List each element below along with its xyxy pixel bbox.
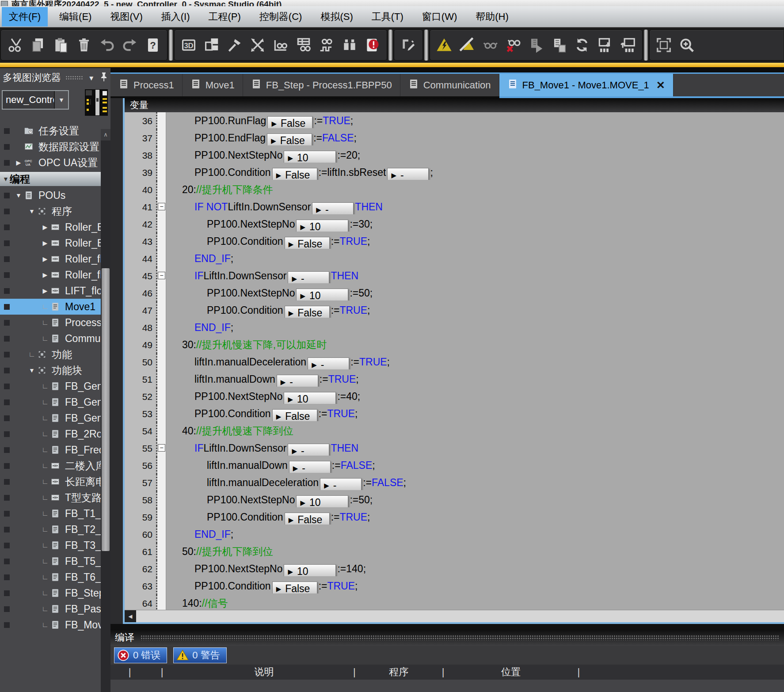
tree-item-[interactable]: ▼功能块 — [0, 362, 101, 378]
undo-icon[interactable] — [95, 31, 118, 59]
online-value-box[interactable]: ▶10 — [296, 289, 348, 300]
tree-item-roller_fl[interactable]: ▶Roller_fl — [0, 267, 101, 283]
menu-item-7[interactable]: 模拟(S) — [313, 7, 360, 27]
tree-item-fb_gene[interactable]: ∟FB_Gene — [0, 410, 101, 426]
online-value-box[interactable]: ▶- — [289, 461, 331, 473]
explorer-scrollbar-thumb[interactable] — [102, 268, 110, 551]
collapse-box-icon[interactable]: − — [158, 272, 165, 279]
online-value-box[interactable]: ▶- — [288, 444, 329, 456]
expand-icon[interactable]: ▶ — [40, 287, 50, 294]
scroll-up-icon[interactable]: ∧ — [101, 129, 110, 141]
code-line-64[interactable]: 64140://信号 — [125, 595, 784, 610]
tab-process1[interactable]: Process1 — [110, 74, 183, 96]
run-program-icon[interactable] — [525, 31, 548, 59]
tree-item-process1[interactable]: ∟Process1 — [0, 315, 101, 331]
synchronize-icon[interactable] — [571, 31, 594, 59]
code-line-39[interactable]: 39PP100.Condition ▶False:=liftIn.sbReset… — [125, 164, 784, 181]
code-line-57[interactable]: 57liftIn.manualDeceleration ▶-:=FALSE; — [125, 474, 784, 491]
menu-item-2[interactable]: 编辑(E) — [52, 7, 99, 27]
tree-item-fb_gene[interactable]: ∟FB_Gene — [0, 378, 101, 394]
tree-item-fb_t3_8[interactable]: ∟FB_T3_8 — [0, 537, 101, 553]
download-to-controller-icon[interactable] — [594, 31, 617, 59]
menu-item-9[interactable]: 窗口(W) — [415, 7, 464, 27]
code-line-55[interactable]: 55−IF LiftIn.DownSensor ▶- THEN — [125, 440, 784, 457]
online-value-box[interactable]: ▶- — [312, 202, 354, 214]
code-line-62[interactable]: 62PP100.NextStepNo ▶10:=140; — [125, 560, 784, 578]
code-line-48[interactable]: 48END_IF; — [125, 319, 784, 336]
online-value-box[interactable]: ▶False — [285, 513, 330, 525]
close-icon[interactable]: ✕ — [656, 79, 665, 91]
menu-item-5[interactable]: 工程(P) — [202, 7, 248, 27]
tree-item-fb_t6_7[interactable]: ∟FB_T6_7 — [0, 569, 101, 585]
chevron-down-icon[interactable]: ▼ — [54, 91, 68, 109]
pin-icon[interactable] — [100, 72, 108, 84]
zoom-in-icon[interactable] — [675, 31, 698, 59]
online-value-box[interactable]: ▶- — [277, 375, 318, 387]
online-value-box[interactable]: ▶False — [272, 582, 317, 593]
chevron-down-icon[interactable]: ▼ — [88, 74, 95, 82]
tree-item-[interactable]: ∟功能 — [0, 346, 101, 362]
online-value-box[interactable]: ▶10 — [284, 151, 336, 163]
collapse-icon[interactable]: ▼ — [13, 192, 24, 199]
online-value-box[interactable]: ▶False — [267, 116, 312, 128]
online-value-box[interactable]: ▶False — [267, 133, 312, 145]
horizontal-scrollbar[interactable]: ◄ — [125, 610, 784, 622]
collapse-icon[interactable]: ▼ — [27, 367, 37, 374]
collapse-box-icon[interactable]: − — [158, 444, 165, 452]
tree-item-fb_move[interactable]: ∟FB_Move — [0, 617, 101, 633]
code-line-50[interactable]: 50liftIn.manualDeceleration ▶-:=TRUE; — [125, 354, 784, 371]
code-line-45[interactable]: 45−IF LiftIn.DownSensor ▶- THEN — [125, 267, 784, 285]
expand-icon[interactable]: ▶ — [40, 240, 50, 247]
tree-item-fb_2roll[interactable]: ∟FB_2Roll — [0, 426, 101, 442]
tree-item-fb_gene[interactable]: ∟FB_Gene — [0, 394, 101, 410]
build-icon[interactable] — [223, 31, 246, 59]
scroll-left-icon[interactable]: ◄ — [125, 610, 136, 622]
tree-item-commu[interactable]: ∟Commu — [0, 331, 101, 346]
code-line-47[interactable]: 47PP100.Condition ▶False:=TRUE; — [125, 302, 784, 319]
collapse-icon[interactable]: ▼ — [27, 208, 37, 215]
menu-item-8[interactable]: 工具(T) — [365, 7, 411, 27]
tree-item-[interactable]: ∟长距离电 — [0, 474, 101, 490]
tab-fb_step[interactable]: FB_Step - Process1.FBPP50 — [243, 74, 400, 96]
controller-selector[interactable]: new_Control ▼ — [2, 90, 69, 110]
rebuild-icon[interactable] — [246, 31, 269, 59]
section-programming[interactable]: ▼编程 — [0, 172, 101, 186]
code-line-61[interactable]: 6150://提升机下降到位 — [125, 543, 784, 560]
window-layout-icon[interactable] — [200, 31, 223, 59]
tree-item-fb_t5_2[interactable]: ∟FB_T5_2 — [0, 553, 101, 569]
warnings-button[interactable]: 0 警告 — [173, 647, 226, 663]
tree-item-lift_floc[interactable]: ▶LIFT_floc — [0, 283, 101, 299]
tree-item-roller_bu[interactable]: ▶Roller_Bu — [0, 235, 101, 251]
code-line-59[interactable]: 59PP100.Condition ▶False:= TRUE; — [125, 509, 784, 526]
upload-from-controller-icon[interactable] — [617, 31, 639, 59]
paste-icon[interactable] — [49, 31, 72, 59]
tab-fb_move1[interactable]: FB_Move1 - Move1.MOVE_1✕ — [499, 74, 674, 96]
expand-icon[interactable]: ▶ — [40, 271, 50, 278]
code-line-42[interactable]: 42PP100.NextStepNo ▶10:=30; — [125, 216, 784, 233]
tree-item-fb_t1_8[interactable]: ∟FB_T1_8 — [0, 506, 101, 521]
menu-item-10[interactable]: 帮助(H) — [468, 7, 516, 27]
code-line-56[interactable]: 56liftIn.manualDown ▶-:=FALSE; — [125, 457, 784, 474]
watch-table-icon[interactable] — [292, 31, 315, 59]
code-area[interactable]: 36PP100.RunFlag ▶False:=TRUE;37PP100.End… — [125, 112, 784, 610]
online-value-box[interactable]: ▶10 — [296, 220, 348, 232]
menu-item-1[interactable]: 文件(F) — [2, 7, 48, 27]
online-value-box[interactable]: ▶False — [285, 306, 330, 318]
edit-tool-icon[interactable] — [397, 31, 420, 59]
tree-item-fb_passw[interactable]: ∟FB_Passw — [0, 601, 101, 617]
code-line-54[interactable]: 5440://提升机慢速下降到位 — [125, 422, 784, 440]
online-value-box[interactable]: ▶- — [308, 357, 349, 369]
menu-item-3[interactable]: 视图(V) — [103, 7, 149, 27]
search-icon[interactable] — [338, 31, 361, 59]
code-line-40[interactable]: 4020://提升机下降条件 — [125, 181, 784, 198]
expand-icon[interactable]: ▶ — [40, 255, 50, 262]
go-offline-icon[interactable] — [456, 31, 479, 59]
tree-item-[interactable]: 数据跟踪设置 — [0, 139, 101, 155]
code-line-49[interactable]: 4930://提升机慢速下降,可以加延时 — [125, 336, 784, 354]
online-value-box[interactable]: ▶False — [272, 409, 317, 421]
3d-view-icon[interactable]: 3D — [177, 31, 200, 59]
tree-item-fb_t2_8[interactable]: ∟FB_T2_8 — [0, 521, 101, 537]
monitor-stop-icon[interactable] — [502, 31, 525, 59]
tree-item-roller_fl[interactable]: ▶Roller_fl — [0, 251, 101, 267]
explorer-scrollbar[interactable]: ∧ — [101, 129, 110, 692]
